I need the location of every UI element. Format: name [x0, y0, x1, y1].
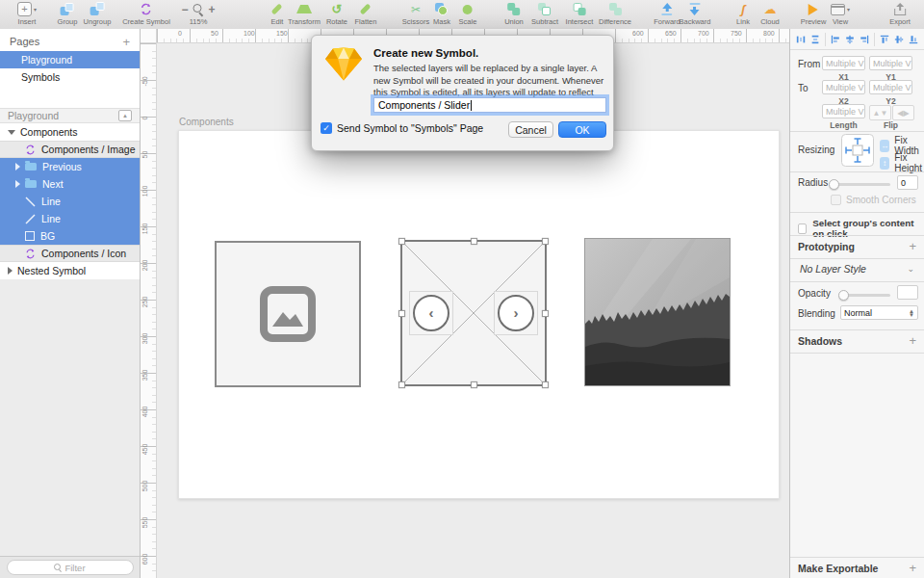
selection-handle[interactable] — [542, 238, 549, 245]
page-item-symbols[interactable]: Symbols — [0, 68, 140, 86]
blending-select[interactable]: Normal ▲▼ — [840, 305, 918, 320]
page-item-playground[interactable]: Playground — [0, 51, 140, 68]
sketch-logo-icon — [325, 47, 362, 81]
selection-handle[interactable] — [542, 381, 549, 388]
flip-horizontal-button[interactable]: ▲▼ — [869, 105, 891, 120]
select-group-content-checkbox[interactable] — [798, 223, 807, 234]
forward-button[interactable]: Forward — [654, 2, 680, 26]
insert-button[interactable]: +▾ Insert — [17, 2, 37, 26]
layer-row-components-icon[interactable]: Components / Icon — [0, 245, 140, 262]
smooth-corners-checkbox[interactable] — [831, 195, 841, 205]
flatten-button[interactable]: Flatten — [355, 2, 377, 26]
stepper-icon: ▲▼ — [909, 309, 914, 317]
fix-height-option[interactable]: ↕ Fix Height — [880, 152, 924, 173]
align-middle-vertical-icon[interactable] — [894, 34, 904, 45]
length-input[interactable]: Multiple V — [822, 104, 865, 118]
layer-row-components-image[interactable]: Components / Image — [0, 141, 140, 158]
symbol-name-value: Components / Slider — [378, 99, 470, 111]
selection-handle[interactable] — [471, 238, 477, 245]
scissors-button[interactable]: ✂ Scissors — [402, 2, 429, 26]
toolbar-label: Preview — [801, 17, 827, 26]
selection-handle[interactable] — [542, 310, 549, 317]
layer-row-nested-symbol[interactable]: Nested Symbol — [0, 262, 140, 279]
left-sidebar: Pages + Playground Symbols Playground ▲ … — [0, 29, 141, 578]
add-export-button[interactable]: + — [909, 562, 916, 574]
distribute-vertically-icon[interactable] — [810, 34, 820, 45]
disclosure-right-icon[interactable] — [15, 163, 20, 171]
selection-handle[interactable] — [398, 238, 405, 245]
flip-vertical-button[interactable]: ◀▶ — [892, 105, 914, 120]
link-button[interactable]: ʃ Link — [736, 2, 750, 26]
intersect-button[interactable]: Intersect — [566, 2, 594, 26]
backward-button[interactable]: Backward — [680, 2, 711, 26]
rotate-button[interactable]: ↺ Rotate — [326, 2, 347, 26]
ungroup-button[interactable]: Ungroup — [84, 2, 112, 26]
symbol-name-input[interactable]: Components / Slider — [373, 97, 606, 113]
radius-slider-knob[interactable] — [829, 179, 839, 190]
mask-button[interactable]: Mask — [433, 2, 450, 26]
photo-component[interactable] — [584, 238, 731, 386]
layer-row-line-2[interactable]: Line — [0, 210, 140, 227]
image-placeholder-component[interactable] — [215, 241, 361, 387]
view-button[interactable]: ▾ View — [831, 2, 850, 26]
layer-row-line-1[interactable]: Line — [0, 193, 140, 210]
group-button[interactable]: Group — [58, 2, 78, 26]
opacity-slider-knob[interactable] — [838, 290, 849, 301]
add-page-button[interactable]: + — [122, 36, 130, 48]
radius-input[interactable]: 0 — [897, 175, 918, 190]
add-prototyping-button[interactable]: + — [909, 240, 916, 252]
align-top-icon[interactable] — [880, 34, 889, 45]
send-to-symbols-checkbox[interactable]: ✓ — [321, 122, 332, 134]
resizing-pin-widget[interactable] — [841, 134, 874, 167]
selection-handle[interactable] — [471, 381, 477, 388]
zoom-in-icon[interactable]: + — [204, 3, 220, 16]
difference-button[interactable]: Difference — [599, 2, 631, 26]
align-right-icon[interactable] — [860, 34, 869, 45]
ok-button[interactable]: OK — [558, 121, 606, 138]
align-bottom-icon[interactable] — [909, 34, 918, 45]
layer-style-dropdown[interactable]: No Layer Style ⌄ — [800, 263, 914, 275]
layer-row-bg[interactable]: BG — [0, 227, 140, 245]
add-shadow-button[interactable]: + — [909, 334, 916, 347]
artboard-title[interactable]: Components — [179, 117, 234, 127]
previous-button-symbol[interactable]: ‹ — [409, 291, 453, 335]
edit-button[interactable]: Edit — [271, 2, 284, 26]
next-button-symbol[interactable]: › — [494, 291, 538, 335]
divider — [825, 33, 826, 46]
align-center-horizontal-icon[interactable] — [845, 34, 855, 45]
subtract-button[interactable]: Subtract — [531, 2, 558, 26]
selection-handle[interactable] — [398, 310, 405, 317]
align-left-icon[interactable] — [831, 34, 840, 45]
scale-button[interactable]: Scale — [459, 2, 477, 26]
selection-handle[interactable] — [398, 381, 405, 388]
disclosure-down-icon[interactable] — [8, 130, 15, 135]
export-button[interactable]: Export — [889, 2, 911, 26]
x2-input[interactable]: Multiple V — [822, 80, 865, 94]
layer-row-components-group[interactable]: Components — [0, 123, 140, 141]
disclosure-right-icon[interactable] — [8, 267, 13, 275]
preview-button[interactable]: Preview — [801, 2, 827, 26]
zoom-out-icon[interactable]: − — [176, 3, 192, 16]
radius-slider-track[interactable] — [831, 183, 890, 186]
disclosure-right-icon[interactable] — [15, 180, 20, 188]
symbol-icon — [25, 249, 36, 259]
page-label: Symbols — [21, 71, 60, 83]
cloud-button[interactable]: ☁ Cloud — [760, 2, 780, 26]
y2-input[interactable]: Multiple V — [869, 80, 912, 94]
distribute-horizontally-icon[interactable] — [796, 34, 806, 45]
page-scope-icon[interactable]: ▲ — [118, 110, 132, 121]
filter-input[interactable]: Filter — [7, 560, 134, 575]
create-symbol-button[interactable]: Create Symbol — [122, 2, 170, 26]
union-button[interactable]: Union — [504, 2, 524, 26]
cancel-button[interactable]: Cancel — [508, 121, 553, 138]
transform-button[interactable]: Transform — [288, 2, 321, 26]
y1-input[interactable]: Multiple V — [869, 56, 912, 70]
x1-input[interactable]: Multiple V — [822, 56, 865, 70]
vertical-ruler[interactable]: -50050100150200250300350400450500550600 — [141, 43, 157, 578]
layer-row-previous[interactable]: Previous — [0, 158, 140, 175]
slider-component[interactable]: ‹ › — [400, 240, 547, 386]
zoom-controls[interactable]: − + 115% — [176, 2, 219, 26]
layer-row-next[interactable]: Next — [0, 175, 140, 193]
opacity-input[interactable] — [897, 285, 918, 300]
plus-icon: +▾ — [17, 2, 37, 16]
